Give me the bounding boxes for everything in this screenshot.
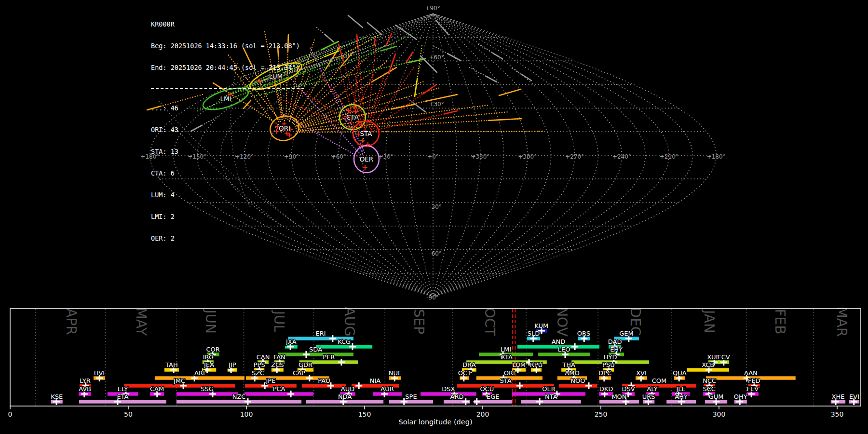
shower-label-urs: URS [642, 393, 655, 400]
shower-label-ahy: AHY [675, 393, 688, 400]
shower-label-hyd: HYD [604, 353, 617, 361]
shower-label-cta: CTA [501, 353, 513, 361]
peak-marker-eri [329, 335, 336, 342]
shower-bar-nta [521, 400, 581, 403]
count-line-oer: OER: 2 [151, 235, 304, 242]
shower-label-nue: NUE [389, 369, 402, 377]
peak-marker-nta [536, 398, 543, 405]
shower-bar-jpe [245, 384, 297, 387]
shower-label-aly: ALY [647, 385, 657, 393]
shower-bar-pca [244, 392, 313, 395]
shower-label-jea: JEA [203, 361, 214, 368]
latitude-label: +90° [425, 5, 440, 12]
peak-marker-sda [303, 351, 310, 358]
radiant-plus-marker [360, 138, 365, 143]
meteor-streak [486, 76, 497, 82]
meteor-trail [299, 131, 544, 132]
shower-label-fev: FEV [747, 385, 759, 393]
shower-label-xvi: XVI [636, 369, 647, 377]
count-line-ori: ORI: 43 [151, 126, 304, 134]
x-axis-tick-label: 350 [831, 410, 844, 418]
equator-label: +300° [518, 153, 537, 160]
separator-line [151, 88, 304, 93]
equator-label: +30° [378, 153, 393, 160]
peak-marker-cap [306, 375, 313, 381]
shower-label-aan: AAN [744, 369, 758, 377]
shower-label-com: COM [652, 377, 667, 384]
shower-label-jpe: JPE [266, 377, 276, 384]
shower-label-gem: GEM [619, 330, 634, 337]
shower-label-aur: AUR [380, 385, 393, 393]
shower-bar-nzc [176, 400, 301, 403]
shower-label-leo: LEO [558, 346, 570, 353]
shower-bar-dsx [420, 392, 476, 395]
x-axis-tick-label: 200 [476, 410, 489, 418]
peak-marker-sta [516, 382, 523, 389]
shower-bar-pau [302, 384, 346, 387]
shower-label-nda: NDA [338, 393, 352, 400]
meteor-streak [488, 119, 522, 121]
meteor-streak [408, 59, 425, 63]
radiant-plus-marker [363, 165, 367, 170]
shower-label-ely: ELY [118, 385, 128, 393]
month-label-aug: AUG [341, 307, 357, 336]
shower-label-avb: AVB [79, 385, 91, 393]
month-label-apr: APR [63, 308, 79, 335]
shower-label-ecv: ECV [717, 353, 730, 361]
month-label-may: MAY [133, 308, 149, 336]
radiant-label-oer: OER [360, 155, 374, 163]
equator-label: +330° [471, 153, 489, 160]
peak-marker-nia [355, 382, 362, 389]
latitude-label: +30° [429, 101, 444, 108]
shower-label-ssg: SSG [201, 385, 214, 393]
count-line-sta: STA: 13 [151, 148, 304, 155]
month-label-sep: SEP [411, 309, 427, 334]
sky-map-and-timeline-plot: LUMLMICTASTAOERORI+180°+150°+120°+90°+60… [0, 0, 868, 434]
month-label-feb: FEB [772, 309, 788, 334]
shower-label-fan: FAN [273, 353, 285, 361]
shower-label-aud: AUD [341, 385, 354, 393]
shower-label-xhe: XHE [832, 393, 845, 400]
radiant-label-cta: CTA [346, 113, 359, 121]
meteor-streak [522, 75, 531, 81]
latitude-label: -30° [429, 203, 442, 210]
shower-label-dra: DRA [462, 361, 476, 368]
x-axis-tick-label: 250 [595, 410, 608, 418]
meteor-trail [368, 73, 385, 125]
shower-label-fed: FED [748, 377, 760, 384]
shower-label-jxa: JXA [285, 338, 297, 345]
shower-label-cor: COR [206, 346, 219, 353]
shower-label-per: PER [323, 353, 335, 361]
shower-label-tha: THA [562, 361, 575, 368]
shower-label-pau: PAU [318, 377, 330, 384]
shower-label-eri: ERI [316, 330, 326, 337]
shower-label-sld: SLD [528, 330, 540, 337]
peak-marker-per [338, 359, 345, 366]
meteor-streak [499, 89, 521, 95]
meteor-streak [493, 53, 502, 59]
equator-label: +270° [565, 153, 584, 160]
meteor-trail [310, 47, 363, 153]
meteor-report-figure: LUMLMICTASTAOERORI+180°+150°+120°+90°+60… [0, 0, 868, 434]
equator-label: +60° [331, 153, 346, 160]
month-label-mar: MAR [834, 307, 850, 337]
shower-label-can: CAN [257, 353, 270, 361]
month-label-jul: JUL [271, 310, 287, 333]
shower-label-pca: PCA [273, 385, 285, 393]
shower-label-evi: EVI [849, 393, 859, 400]
shower-label-and: AND [552, 338, 566, 345]
shower-label-qua: QUA [673, 369, 687, 377]
x-axis-tick-label: 150 [358, 410, 371, 418]
meteor-streak [444, 111, 457, 114]
peak-marker-noo [585, 382, 592, 389]
shower-label-oct: OCT [458, 369, 471, 377]
station-info-block: KR000R Beg: 20251026 14:33:16 (sol = 213… [151, 6, 304, 257]
month-label-jun: JUN [203, 309, 218, 334]
end-time-line: End: 20251026 20:44:45 (sol = 213.34°) [151, 64, 304, 71]
shower-label-hvi: HVI [94, 369, 105, 377]
shower-label-gum: GUM [709, 393, 724, 400]
meteor-trail [339, 64, 352, 111]
shower-label-nzc: NZC [232, 393, 246, 400]
shower-label-mon: MON [611, 393, 626, 400]
x-axis-tick-label: 50 [124, 410, 133, 418]
